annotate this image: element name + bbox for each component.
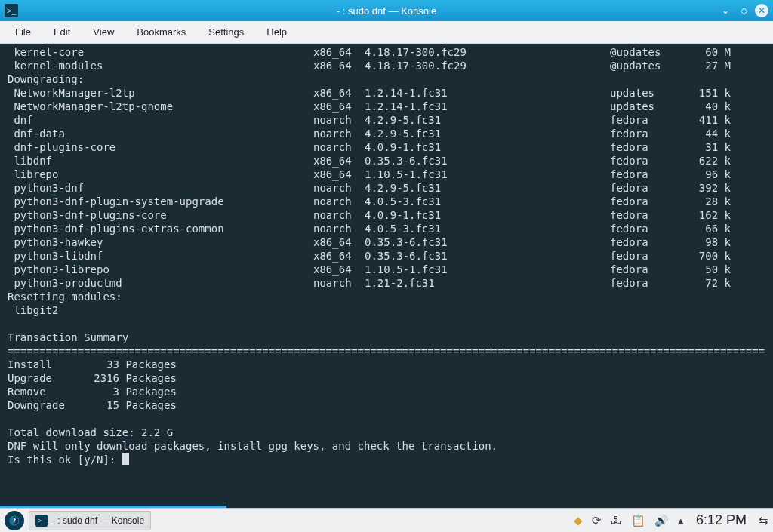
- package-row: python3-dnf-plugin-system-upgradenoarch4…: [8, 195, 765, 208]
- package-row: python3-productmdnoarch1.21-2.fc31fedora…: [8, 276, 765, 290]
- progress-indicator: [0, 506, 226, 508]
- menu-bookmarks[interactable]: Bookmarks: [126, 23, 196, 41]
- menu-help[interactable]: Help: [256, 23, 297, 41]
- tray-expand-icon[interactable]: ▴: [678, 514, 684, 527]
- package-row: python3-dnf-plugins-extras-commonnoarch4…: [8, 222, 765, 235]
- package-row: python3-hawkeyx86_640.35.3-6.fc31fedora9…: [8, 235, 765, 249]
- summary-row: Upgrade2316 Packages: [8, 371, 765, 385]
- taskbar-entry-konsole[interactable]: >_ - : sudo dnf — Konsole: [29, 511, 151, 530]
- blank-line: [8, 317, 765, 331]
- section-header: Downgrading:: [8, 72, 765, 86]
- minimize-button[interactable]: ⌄: [719, 4, 732, 17]
- package-row: python3-dnfnoarch4.2.9-5.fc31fedora392 k: [8, 181, 765, 195]
- package-row: dnfnoarch4.2.9-5.fc31fedora411 k: [8, 113, 765, 127]
- taskbar: f >_ - : sudo dnf — Konsole ◆ ⟳ 🖧 📋 🔊 ▴ …: [0, 508, 773, 532]
- terminal-output[interactable]: kernel-corex86_644.18.17-300.fc29@update…: [0, 44, 773, 508]
- module-row: libgit2: [8, 303, 765, 317]
- menu-settings[interactable]: Settings: [198, 23, 254, 41]
- package-row: NetworkManager-l2tpx86_641.2.14-1.fc31up…: [8, 86, 765, 100]
- summary-title: Transaction Summary: [8, 331, 765, 344]
- package-row: python3-dnf-plugins-corenoarch4.0.9-1.fc…: [8, 208, 765, 222]
- package-row: dnf-plugins-corenoarch4.0.9-1.fc31fedora…: [8, 140, 765, 154]
- taskbar-entry-label: - : sudo dnf — Konsole: [52, 515, 144, 526]
- system-tray: ◆ ⟳ 🖧 📋 🔊 ▴ 6:12 PM ⇆: [574, 512, 768, 528]
- app-icon: >_: [5, 4, 18, 17]
- menu-bar: File Edit View Bookmarks Settings Help: [0, 21, 773, 44]
- update-icon[interactable]: ⟳: [592, 514, 602, 527]
- package-row: python3-libdnfx86_640.35.3-6.fc31fedora7…: [8, 249, 765, 263]
- cursor: [122, 453, 129, 465]
- start-menu-button[interactable]: f: [5, 511, 24, 530]
- package-row: libdnfx86_640.35.3-6.fc31fedora622 k: [8, 154, 765, 168]
- menu-file[interactable]: File: [5, 23, 42, 41]
- menu-view[interactable]: View: [82, 23, 125, 41]
- package-row: kernel-modulesx86_644.18.17-300.fc29@upd…: [8, 59, 765, 72]
- info-line: DNF will only download packages, install…: [8, 439, 765, 453]
- show-desktop-icon[interactable]: ⇆: [759, 514, 768, 527]
- prompt-line[interactable]: Is this ok [y/N]:: [8, 453, 765, 466]
- maximize-button[interactable]: ◇: [737, 4, 750, 17]
- network-icon[interactable]: 🖧: [611, 514, 622, 527]
- clipboard-icon[interactable]: 📋: [631, 514, 645, 527]
- summary-row: Remove3 Packages: [8, 385, 765, 398]
- window-titlebar: >_ - : sudo dnf — Konsole ⌄ ◇ ✕: [0, 0, 773, 21]
- summary-row: Install33 Packages: [8, 358, 765, 371]
- clock[interactable]: 6:12 PM: [693, 512, 750, 528]
- volume-icon[interactable]: 🔊: [654, 514, 669, 527]
- total-size: Total download size: 2.2 G: [8, 426, 765, 439]
- summary-row: Downgrade15 Packages: [8, 398, 765, 412]
- menu-edit[interactable]: Edit: [43, 23, 81, 41]
- close-button[interactable]: ✕: [755, 4, 768, 17]
- blank-line: [8, 412, 765, 426]
- window-controls: ⌄ ◇ ✕: [719, 4, 773, 17]
- terminal-icon: >_: [35, 515, 48, 527]
- package-icon[interactable]: ◆: [574, 514, 583, 527]
- window-title: - : sudo dnf — Konsole: [0, 5, 773, 17]
- package-row: librepox86_641.10.5-1.fc31fedora96 k: [8, 168, 765, 181]
- rule-line: ========================================…: [8, 344, 765, 358]
- section-header: Resetting modules:: [8, 290, 765, 303]
- package-row: dnf-datanoarch4.2.9-5.fc31fedora44 k: [8, 127, 765, 140]
- package-row: python3-librepox86_641.10.5-1.fc31fedora…: [8, 263, 765, 276]
- package-row: kernel-corex86_644.18.17-300.fc29@update…: [8, 45, 765, 59]
- package-row: NetworkManager-l2tp-gnomex86_641.2.14-1.…: [8, 100, 765, 113]
